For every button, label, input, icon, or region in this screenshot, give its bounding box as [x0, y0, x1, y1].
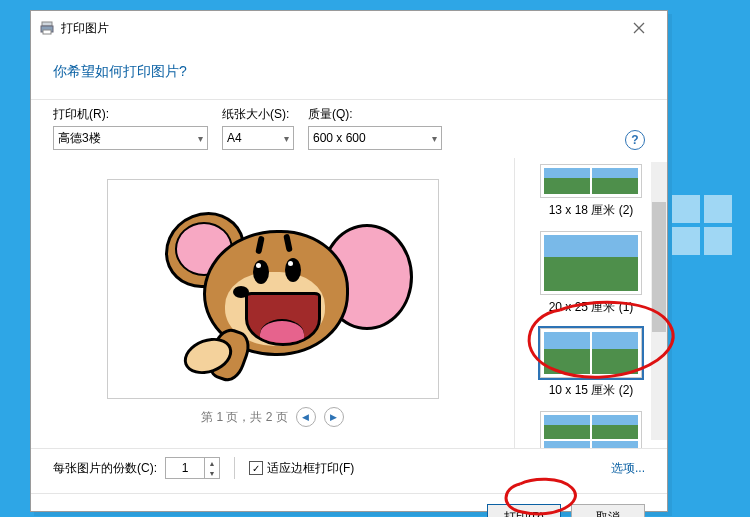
layout-thumb [540, 164, 642, 198]
copies-label: 每张图片的份数(C): [53, 460, 157, 477]
cartoon-mouse-image [133, 194, 413, 384]
windows-logo [672, 195, 732, 255]
print-dialog: 打印图片 你希望如何打印图片? 打印机(R): 高德3楼 ▾ 纸张大小(S): … [30, 10, 668, 512]
button-row: 打印(P) 取消 [31, 493, 667, 517]
printer-label: 打印机(R): [53, 106, 208, 123]
cancel-button[interactable]: 取消 [571, 504, 645, 517]
fit-frame-label: 适应边框打印(F) [267, 460, 354, 477]
quality-dropdown[interactable]: 600 x 600 ▾ [308, 126, 442, 150]
paper-value: A4 [227, 131, 242, 145]
preview-image [107, 179, 439, 399]
scrollbar-thumb[interactable] [652, 202, 666, 332]
bottom-bar: 每张图片的份数(C): ▲▼ ✓ 适应边框打印(F) 选项... [31, 449, 667, 487]
layout-option-13x18[interactable]: 13 x 18 厘米 (2) [521, 158, 661, 225]
layout-label: 13 x 18 厘米 (2) [549, 202, 634, 219]
stepper-down-icon[interactable]: ▼ [205, 468, 219, 478]
svg-rect-2 [43, 30, 51, 34]
svg-rect-0 [42, 22, 52, 26]
layout-thumb [540, 231, 642, 295]
paper-dropdown[interactable]: A4 ▾ [222, 126, 294, 150]
checkbox-icon: ✓ [249, 461, 263, 475]
quality-label: 质量(Q): [308, 106, 442, 123]
close-button[interactable] [619, 14, 659, 42]
fit-frame-checkbox[interactable]: ✓ 适应边框打印(F) [249, 460, 354, 477]
layout-option-20x25[interactable]: 20 x 25 厘米 (1) [521, 225, 661, 322]
question-text: 你希望如何打印图片? [31, 45, 667, 99]
dialog-title: 打印图片 [61, 20, 619, 37]
preview-area: 第 1 页，共 2 页 ◀ ▶ [31, 158, 514, 448]
divider [234, 457, 235, 479]
titlebar: 打印图片 [31, 11, 667, 45]
options-link[interactable]: 选项... [611, 460, 645, 477]
copies-input[interactable] [166, 458, 204, 478]
layout-list: 13 x 18 厘米 (2) 20 x 25 厘米 (1) 10 x 15 厘米… [514, 158, 667, 448]
chevron-down-icon: ▾ [198, 133, 203, 144]
layout-label: 20 x 25 厘米 (1) [549, 299, 634, 316]
layout-scrollbar[interactable] [651, 162, 667, 440]
next-page-button[interactable]: ▶ [324, 407, 344, 427]
pager-text: 第 1 页，共 2 页 [201, 409, 288, 426]
layout-option-10x15[interactable]: 10 x 15 厘米 (2) [521, 322, 661, 405]
paper-label: 纸张大小(S): [222, 106, 294, 123]
layout-thumb [540, 328, 642, 378]
chevron-down-icon: ▾ [432, 133, 437, 144]
quality-value: 600 x 600 [313, 131, 366, 145]
printer-value: 高德3楼 [58, 130, 101, 147]
print-button[interactable]: 打印(P) [487, 504, 561, 517]
controls-row: 打印机(R): 高德3楼 ▾ 纸张大小(S): A4 ▾ 质量(Q): 600 … [31, 100, 667, 158]
printer-icon [39, 20, 55, 36]
copies-stepper[interactable]: ▲▼ [165, 457, 220, 479]
layout-label: 10 x 15 厘米 (2) [549, 382, 634, 399]
stepper-up-icon[interactable]: ▲ [205, 458, 219, 468]
close-icon [633, 22, 645, 34]
help-button[interactable]: ? [625, 130, 645, 150]
printer-dropdown[interactable]: 高德3楼 ▾ [53, 126, 208, 150]
prev-page-button[interactable]: ◀ [296, 407, 316, 427]
layout-option-9x13[interactable]: 9 x 13 厘米 (4) [521, 405, 661, 448]
layout-thumb [540, 411, 642, 448]
chevron-down-icon: ▾ [284, 133, 289, 144]
